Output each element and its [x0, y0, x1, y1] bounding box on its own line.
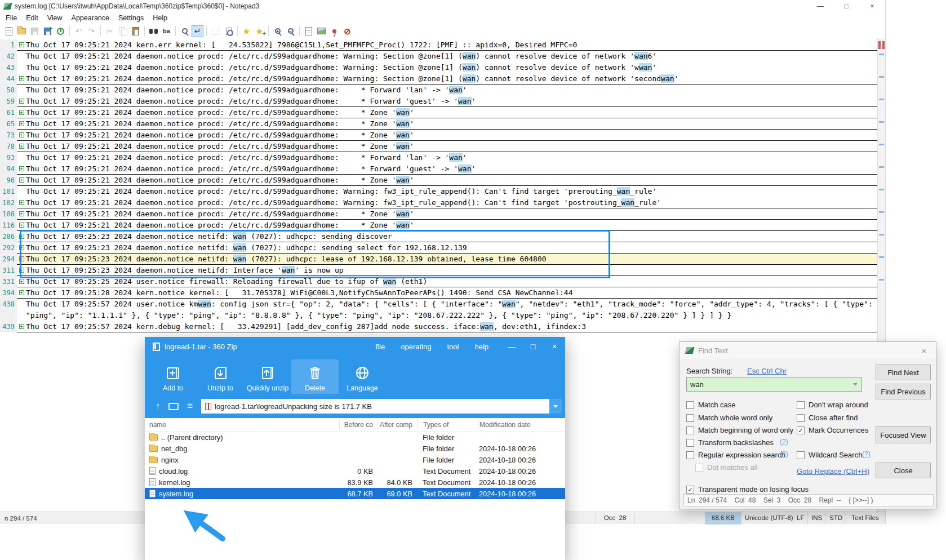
view-scheme-icon[interactable] — [303, 25, 314, 37]
focused-view-button[interactable]: Focused View — [876, 426, 931, 443]
open-file-icon[interactable] — [16, 25, 28, 37]
file-row[interactable]: nginxFile folder2024-10-18 00:26 — [145, 454, 565, 465]
exit-icon[interactable]: ⊘ — [341, 25, 353, 37]
zip-minimize-button[interactable]: — — [501, 337, 522, 356]
fold-expand-icon[interactable]: + — [19, 121, 24, 126]
menu-help[interactable]: Help — [148, 12, 172, 24]
file-row[interactable]: .. (Parent directory)File folder — [145, 432, 565, 443]
help-link-regex[interactable]: (?) — [780, 450, 788, 458]
word-wrap-icon[interactable]: ↵ — [192, 25, 203, 37]
help-link-transform-backslashes[interactable]: (?) — [780, 438, 788, 446]
image-view-icon[interactable] — [316, 25, 327, 37]
fold-expand-icon[interactable]: + — [19, 177, 24, 183]
zip-toolbar-quickly-unzip[interactable]: Quickly unzip — [244, 359, 291, 394]
log-line[interactable]: 59+Thu Oct 17 09:25:21 2024 daemon.notic… — [0, 96, 878, 107]
close-find-button[interactable]: Close — [876, 463, 931, 478]
zoom-in-icon[interactable]: + — [272, 25, 283, 37]
zip-toolbar-delete[interactable]: Delete — [291, 359, 339, 394]
zip-close-button[interactable]: × — [544, 337, 565, 356]
fold-expand-icon[interactable]: + — [19, 290, 24, 295]
file-list-header[interactable]: nameBefore coAfter compTypes ofModificat… — [145, 418, 565, 432]
zip-toolbar-unzip-to[interactable]: Unzip to — [197, 359, 244, 394]
checkbox-close-after[interactable]: Close after find — [797, 414, 858, 422]
log-line[interactable]: 42Thu Oct 17 09:25:21 2024 daemon.notice… — [0, 51, 878, 62]
log-line[interactable]: 44+Thu Oct 17 09:25:21 2024 daemon.notic… — [0, 73, 878, 85]
maximize-button[interactable]: □ — [833, 0, 859, 12]
log-line[interactable]: 101Thu Oct 17 09:25:21 2024 daemon.notic… — [0, 186, 878, 197]
log-line[interactable]: 108+Thu Oct 17 09:25:21 2024 daemon.noti… — [0, 208, 878, 220]
address-dropdown-button[interactable] — [549, 399, 562, 414]
fold-expand-icon[interactable]: + — [19, 42, 24, 47]
checkbox-transform-backslashes[interactable]: Transform backslashes — [686, 438, 774, 447]
add-favorite-icon[interactable]: ★ — [254, 25, 265, 37]
replace-icon[interactable]: ba — [161, 25, 172, 37]
log-line[interactable]: 78+Thu Oct 17 09:25:21 2024 daemon.notic… — [0, 141, 878, 152]
checkbox-transparent-mode[interactable]: ✓ Transparent mode on losing focus — [686, 485, 809, 494]
checkbox-box-begin-word[interactable] — [686, 426, 694, 434]
column-header-after[interactable]: After comp — [377, 420, 417, 430]
checkbox-box-no-wrap[interactable] — [797, 401, 805, 409]
checkbox-no-wrap[interactable]: Don't wrap around — [797, 401, 868, 409]
fold-margin[interactable]: + — [17, 42, 26, 47]
fold-margin[interactable]: + — [17, 132, 26, 137]
find-dialog-close-icon[interactable]: × — [912, 342, 936, 359]
pin-icon[interactable] — [328, 25, 340, 37]
checkbox-box-wildcard[interactable] — [797, 451, 805, 459]
close-button[interactable]: × — [859, 0, 885, 12]
log-line[interactable]: 96+Thu Oct 17 09:25:21 2024 daemon.notic… — [0, 175, 878, 186]
checkbox-box-mark-occurrences[interactable]: ✓ — [797, 426, 805, 434]
up-directory-icon[interactable]: ↑ — [152, 401, 164, 411]
paste-icon[interactable] — [130, 25, 141, 37]
log-line[interactable]: 73+Thu Oct 17 09:25:21 2024 daemon.notic… — [0, 130, 878, 141]
zip-menu-file[interactable]: file — [368, 343, 393, 351]
checkbox-begin-word[interactable]: Match beginning of word only — [686, 426, 793, 434]
zip-maximize-button[interactable]: □ — [522, 337, 544, 356]
file-row[interactable]: cloud.log0 KBText Document2024-10-18 00:… — [145, 465, 565, 477]
save-as-icon[interactable] — [42, 25, 54, 37]
log-line[interactable]: 43Thu Oct 17 09:25:21 2024 daemon.notice… — [0, 62, 878, 73]
transparent-checkbox-box[interactable]: ✓ — [686, 486, 694, 494]
checkbox-box-match-case[interactable] — [686, 401, 694, 409]
fold-margin[interactable]: + — [17, 166, 26, 171]
checkbox-box-whole-word[interactable] — [686, 414, 694, 422]
fold-margin[interactable]: + — [17, 177, 26, 183]
find-previous-button[interactable]: Find Previous — [876, 384, 931, 399]
fold-expand-icon[interactable]: + — [19, 144, 24, 149]
minimize-button[interactable]: — — [807, 0, 833, 12]
log-line[interactable]: 93Thu Oct 17 09:25:21 2024 daemon.notice… — [0, 152, 878, 163]
fold-expand-icon[interactable]: + — [19, 324, 24, 329]
fold-expand-icon[interactable]: + — [19, 211, 24, 216]
computer-icon[interactable] — [168, 403, 179, 410]
log-line[interactable]: 438Thu Oct 17 09:25:57 2024 user.notice … — [0, 299, 878, 310]
column-header-name[interactable]: name — [145, 421, 339, 429]
zip-menu-tool[interactable]: tool — [439, 343, 467, 351]
fold-margin[interactable]: + — [17, 99, 26, 104]
zip-toolbar-language[interactable]: Language — [339, 359, 386, 394]
fold-margin[interactable]: + — [17, 290, 26, 295]
fold-margin[interactable]: + — [17, 223, 26, 228]
checkbox-match-case[interactable]: Match case — [686, 401, 735, 409]
log-line[interactable]: 102+Thu Oct 17 09:25:21 2024 daemon.noti… — [0, 197, 878, 208]
favorites-icon[interactable]: ★ — [241, 25, 252, 37]
menu-appearance[interactable]: Appearance — [67, 12, 114, 24]
checkbox-box-transform-backslashes[interactable] — [686, 439, 694, 447]
file-row[interactable]: kernel.log83.9 KB84.0 KBText Document202… — [145, 477, 565, 488]
revert-icon[interactable] — [55, 25, 66, 37]
menu-view[interactable]: View — [43, 12, 67, 24]
fold-expand-icon[interactable]: + — [19, 166, 24, 171]
help-link-wildcard[interactable]: (?) — [862, 450, 871, 458]
esc-ctrl-chr-link[interactable]: Esc Ctrl Chr — [747, 367, 787, 375]
menu-file[interactable]: File — [1, 12, 21, 24]
find-next-button[interactable]: Find Next — [876, 365, 931, 380]
goto-replace-link[interactable]: Goto Replace (Ctrl+H) — [797, 467, 869, 475]
address-input[interactable]: logread-1.tar\logreadUnpacking size is 1… — [201, 399, 562, 414]
search-input[interactable]: wan — [686, 377, 862, 392]
column-header-type[interactable]: Types of — [417, 420, 478, 430]
fold-expand-icon[interactable]: + — [19, 279, 24, 284]
column-header-date[interactable]: Modification date — [478, 420, 562, 430]
fold-expand-icon[interactable]: + — [19, 110, 24, 115]
fold-margin[interactable]: + — [17, 110, 26, 115]
fold-expand-icon[interactable]: + — [19, 223, 24, 228]
file-row[interactable]: system.log68.7 KB69.0 KBText Document202… — [145, 488, 565, 499]
fold-margin[interactable]: + — [17, 279, 26, 284]
